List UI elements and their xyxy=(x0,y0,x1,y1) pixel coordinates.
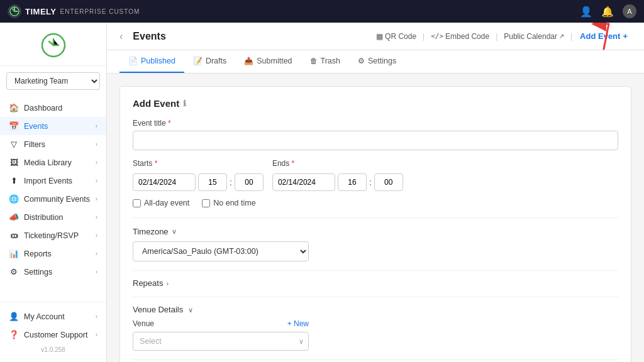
ends-group: Ends * : xyxy=(272,159,403,191)
venue-new-button[interactable]: + New xyxy=(287,319,309,328)
sidebar-item-import-events[interactable]: ⬆ Import Events › xyxy=(0,172,106,190)
sidebar-item-settings[interactable]: ⚙ Settings › xyxy=(0,263,106,281)
bell-icon[interactable]: 🔔 xyxy=(601,6,614,18)
tab-published[interactable]: 📄 Published xyxy=(119,50,184,73)
timezone-toggle[interactable]: Timezone ∨ xyxy=(133,227,618,236)
public-calendar-label: Public Calendar xyxy=(504,32,557,41)
starts-group: Starts * : xyxy=(133,159,264,191)
date-time-row: Starts * : Ends * xyxy=(133,159,618,191)
qr-code-icon: ▦ xyxy=(376,32,383,41)
ticket-icon: 🎟 xyxy=(9,231,19,240)
chevron-down-icon: ∨ xyxy=(188,306,193,314)
tab-trash-label: Trash xyxy=(321,57,341,65)
venue-select[interactable]: Select xyxy=(133,332,309,351)
tabs-bar: 📄 Published 📝 Drafts 📤 Submitted 🗑 Trash… xyxy=(107,50,644,74)
time-separator: : xyxy=(230,177,232,187)
sidebar-nav: 🏠 Dashboard 📅 Events › ▽ Filters › xyxy=(0,94,106,286)
sidebar-item-ticketing[interactable]: 🎟 Ticketing/RSVP › xyxy=(0,226,106,244)
sidebar-item-filters[interactable]: ▽ Filters › xyxy=(0,135,106,153)
add-event-button[interactable]: Add Event + xyxy=(576,31,631,41)
chevron-right-icon: › xyxy=(96,313,97,320)
sidebar-item-community-events[interactable]: 🌐 Community Events › xyxy=(0,190,106,208)
starts-date-input[interactable] xyxy=(133,173,196,191)
repeats-toggle[interactable]: Repeats › xyxy=(133,278,618,288)
tab-submitted-label: Submitted xyxy=(257,57,292,65)
chevron-right-icon: › xyxy=(166,280,169,287)
qr-code-link[interactable]: ▦ QR Code xyxy=(374,32,419,41)
venue-details-toggle[interactable]: Venue Details ∨ xyxy=(133,305,193,314)
community-icon: 🌐 xyxy=(9,194,19,204)
sidebar-item-distribution[interactable]: 📣 Distribution › xyxy=(0,208,106,226)
filter-icon: ▽ xyxy=(9,140,19,149)
sidebar-item-customer-support[interactable]: ❓ Customer Support › xyxy=(0,326,106,344)
chevron-right-icon: › xyxy=(96,331,97,338)
allday-checkbox[interactable] xyxy=(133,199,141,207)
sidebar-item-events[interactable]: 📅 Events › xyxy=(0,117,106,135)
support-icon: ❓ xyxy=(9,330,19,339)
sidebar-item-reports[interactable]: 📊 Reports › xyxy=(0,244,106,263)
starts-minute-input[interactable] xyxy=(235,173,264,191)
content-area: Add Event ℹ Event title * Starts * xyxy=(107,74,644,362)
main-header: ‹ Events ▦ QR Code | </> Embed Code | Pu… xyxy=(107,23,644,50)
chevron-right-icon: › xyxy=(96,232,97,239)
event-title-input[interactable] xyxy=(133,131,618,150)
timely-logo: TIMELY ENTERPRISE CUSTOM xyxy=(8,4,140,18)
timezone-select[interactable]: America/Sao_Paulo (GMT-03:00) xyxy=(133,241,309,261)
add-event-plus-icon: + xyxy=(623,31,628,41)
allday-label-text: All-day event xyxy=(144,199,189,207)
event-title-label: Event title * xyxy=(133,119,618,128)
ends-minute-input[interactable] xyxy=(374,173,403,191)
sidebar-item-label: Dashboard xyxy=(24,104,62,112)
noendtime-checkbox-label[interactable]: No end time xyxy=(202,199,255,207)
ends-date-input[interactable] xyxy=(272,173,335,191)
published-tab-icon: 📄 xyxy=(128,57,138,65)
main-area: ‹ Events ▦ QR Code | </> Embed Code | Pu… xyxy=(107,23,644,362)
account-icon: 👤 xyxy=(9,312,19,321)
sidebar-logo xyxy=(0,23,106,66)
layout: Marketing Team 🏠 Dashboard 📅 Events › ▽ xyxy=(0,23,644,362)
top-nav: TIMELY ENTERPRISE CUSTOM 👤 🔔 A xyxy=(0,0,644,23)
external-link-icon: ↗ xyxy=(559,33,564,40)
sidebar-collapse-button[interactable]: ‹ xyxy=(119,31,123,42)
sidebar-item-my-account[interactable]: 👤 My Account › xyxy=(0,307,106,326)
sidebar-item-label: Import Events xyxy=(24,177,72,185)
ends-hour-input[interactable] xyxy=(338,173,367,191)
required-indicator: * xyxy=(168,119,171,128)
embed-code-label: Embed Code xyxy=(445,32,489,41)
venue-details-section: Venue Details ∨ Venue + New Select ∨ xyxy=(133,297,618,351)
timezone-section: Timezone ∨ America/Sao_Paulo (GMT-03:00) xyxy=(133,217,618,261)
drafts-tab-icon: 📝 xyxy=(193,57,203,65)
chevron-right-icon: › xyxy=(96,268,97,275)
add-event-heading-text: Add Event xyxy=(133,98,179,109)
sidebar-item-dashboard[interactable]: 🏠 Dashboard xyxy=(0,99,106,117)
person-icon[interactable]: 👤 xyxy=(580,6,592,18)
timezone-label: Timezone xyxy=(133,227,169,236)
tab-published-label: Published xyxy=(141,57,175,65)
team-selector[interactable]: Marketing Team xyxy=(6,72,100,90)
top-nav-icons: 👤 🔔 A xyxy=(580,4,636,18)
chevron-right-icon: › xyxy=(96,195,97,202)
event-details-section: Event Details ∨ xyxy=(133,359,618,362)
sidebar-item-label: Customer Support xyxy=(24,331,87,339)
trash-tab-icon: 🗑 xyxy=(310,57,318,65)
starts-hour-input[interactable] xyxy=(198,173,227,191)
sidebar-item-media-library[interactable]: 🖼 Media Library › xyxy=(0,153,106,172)
allday-checkbox-label[interactable]: All-day event xyxy=(133,199,189,207)
sidebar-item-label: Media Library xyxy=(24,158,72,167)
avatar[interactable]: A xyxy=(623,4,636,18)
tab-trash[interactable]: 🗑 Trash xyxy=(301,50,350,73)
tab-drafts[interactable]: 📝 Drafts xyxy=(184,50,235,73)
reports-icon: 📊 xyxy=(9,249,19,258)
tab-settings[interactable]: ⚙ Settings xyxy=(349,50,405,73)
ends-label: Ends * xyxy=(272,159,403,168)
embed-code-link[interactable]: </> Embed Code xyxy=(428,32,492,41)
brand-name: TIMELY xyxy=(25,7,56,16)
noendtime-checkbox[interactable] xyxy=(202,199,210,207)
tab-submitted[interactable]: 📤 Submitted xyxy=(235,50,301,73)
import-icon: ⬆ xyxy=(9,176,19,185)
brand-sub: ENTERPRISE CUSTOM xyxy=(60,8,140,15)
public-calendar-link[interactable]: Public Calendar ↗ xyxy=(501,32,567,41)
sidebar-item-label: Events xyxy=(24,122,48,131)
starts-label: Starts * xyxy=(133,159,264,168)
time-separator-end: : xyxy=(369,177,372,187)
